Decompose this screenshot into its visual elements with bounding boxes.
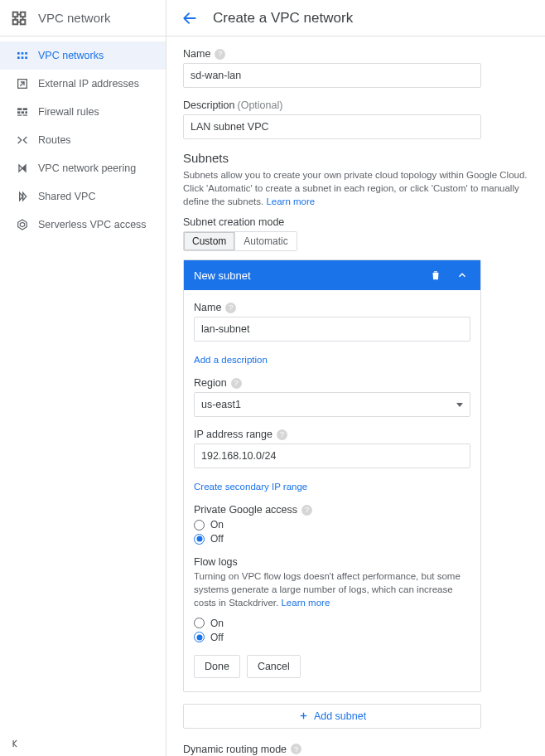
sidebar-item-label: External IP addresses (38, 78, 139, 90)
learn-more-link[interactable]: Learn more (281, 598, 330, 608)
svg-marker-26 (23, 192, 27, 200)
radio-checked-icon (194, 632, 205, 642)
subnet-mode-auto[interactable]: Automatic (235, 232, 296, 250)
add-subnet-label: Add subnet (314, 710, 366, 722)
svg-line-15 (20, 82, 24, 86)
svg-rect-19 (22, 111, 24, 114)
region-value: us-east1 (201, 399, 241, 410)
subnet-name-input[interactable] (194, 317, 470, 342)
help-icon[interactable]: ? (231, 378, 242, 389)
name-input[interactable] (183, 63, 481, 88)
svg-rect-22 (23, 114, 27, 115)
radio-label: On (210, 519, 224, 531)
subnet-card: New subnet Name ? (183, 259, 481, 691)
secondary-ip-link[interactable]: Create secondary IP range (194, 482, 307, 492)
subnet-done-button[interactable]: Done (194, 655, 240, 678)
sidebar-item-routes[interactable]: Routes (0, 126, 166, 154)
svg-rect-18 (17, 111, 20, 114)
flowlogs-on-radio[interactable]: On (194, 618, 470, 629)
sidebar-item-label: Shared VPC (38, 191, 95, 202)
svg-rect-13 (25, 56, 27, 59)
pga-label: Private Google access (194, 504, 297, 516)
radio-checked-icon (194, 534, 205, 545)
help-icon[interactable]: ? (215, 49, 225, 60)
svg-marker-27 (18, 220, 27, 230)
description-label: Description (183, 99, 235, 111)
sidebar-collapse-button[interactable] (0, 731, 166, 756)
sidebar-item-vpc-networks[interactable]: VPC networks (0, 41, 166, 70)
name-label: Name (183, 48, 210, 60)
subnet-name-label: Name (194, 302, 221, 313)
svg-rect-1 (21, 12, 26, 17)
collapse-subnet-button[interactable] (454, 267, 470, 284)
optional-text: (Optional) (238, 99, 283, 111)
help-icon[interactable]: ? (301, 505, 312, 516)
radio-label: Off (210, 632, 224, 643)
sidebar: VPC network VPC networks External IP add… (0, 0, 166, 756)
description-input[interactable] (183, 114, 481, 139)
pga-off-radio[interactable]: Off (194, 533, 470, 545)
firewall-icon (15, 104, 30, 119)
subnet-icon (15, 48, 30, 63)
radio-label: Off (210, 533, 224, 545)
help-icon[interactable]: ? (291, 744, 301, 754)
subnet-mode-group: Custom Automatic (183, 231, 297, 251)
page-title: Create a VPC network (213, 10, 353, 27)
flowlogs-off-radio[interactable]: Off (194, 632, 470, 643)
help-icon[interactable]: ? (225, 303, 236, 313)
svg-marker-24 (22, 165, 26, 172)
peering-icon (15, 161, 30, 176)
sidebar-item-serverless[interactable]: Serverless VPC access (0, 211, 166, 239)
sidebar-item-label: VPC network peering (38, 162, 136, 174)
routing-label: Dynamic routing mode (183, 744, 287, 755)
routes-icon (15, 133, 30, 148)
back-button[interactable] (180, 8, 200, 28)
radio-icon (194, 618, 205, 628)
svg-rect-2 (13, 19, 18, 24)
help-icon[interactable]: ? (277, 429, 287, 440)
pga-on-radio[interactable]: On (194, 519, 470, 531)
serverless-icon (15, 217, 30, 232)
svg-rect-10 (25, 52, 27, 55)
sidebar-item-external-ips[interactable]: External IP addresses (0, 70, 166, 98)
sidebar-item-peering[interactable]: VPC network peering (0, 154, 166, 182)
svg-rect-8 (17, 52, 20, 55)
subnet-mode-custom[interactable]: Custom (184, 232, 235, 250)
subnets-title: Subnets (183, 151, 528, 165)
main-panel: Create a VPC network Name ? Description … (166, 0, 545, 756)
svg-rect-12 (22, 56, 24, 59)
radio-icon (194, 520, 205, 531)
main-header: Create a VPC network (166, 0, 545, 36)
svg-rect-21 (17, 114, 22, 115)
subnets-hint: Subnets allow you to create your own pri… (183, 170, 528, 206)
delete-subnet-button[interactable] (427, 267, 444, 284)
subnet-card-header: New subnet (184, 260, 480, 290)
sidebar-item-label: Serverless VPC access (38, 219, 147, 230)
sidebar-item-firewall[interactable]: Firewall rules (0, 98, 166, 126)
radio-label: On (210, 618, 224, 629)
sidebar-item-label: Firewall rules (38, 106, 99, 118)
ip-range-input[interactable] (194, 443, 470, 468)
subnet-mode-label: Subnet creation mode (183, 216, 284, 228)
chevron-down-icon (456, 403, 463, 407)
svg-rect-3 (21, 19, 26, 24)
flowlogs-label: Flow logs (194, 556, 238, 568)
subnet-cancel-button[interactable]: Cancel (247, 655, 301, 678)
add-subnet-button[interactable]: Add subnet (183, 704, 481, 729)
add-description-link[interactable]: Add a description (194, 355, 268, 365)
svg-marker-28 (20, 222, 24, 226)
external-ip-icon (15, 76, 30, 91)
svg-rect-11 (17, 56, 20, 59)
svg-rect-0 (13, 12, 18, 17)
learn-more-link[interactable]: Learn more (266, 196, 315, 206)
sidebar-item-shared[interactable]: Shared VPC (0, 182, 166, 211)
svg-rect-16 (17, 108, 22, 110)
sidebar-title: VPC network (38, 11, 111, 25)
sidebar-item-label: VPC networks (38, 50, 104, 61)
vpc-logo-icon (10, 9, 28, 27)
region-select[interactable]: us-east1 (194, 392, 470, 417)
plus-icon (298, 710, 309, 721)
subnet-card-title: New subnet (194, 269, 251, 282)
svg-rect-9 (22, 52, 24, 55)
sidebar-item-label: Routes (38, 134, 71, 146)
